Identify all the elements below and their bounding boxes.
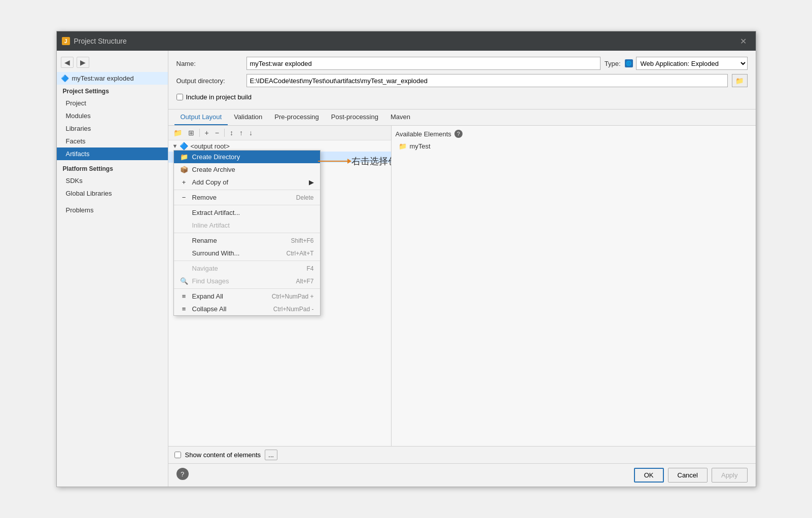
cm-create-directory[interactable]: 📁 Create Directory xyxy=(174,151,320,163)
name-input[interactable] xyxy=(246,57,601,70)
dialog-buttons: ? OK Cancel Apply xyxy=(168,463,756,487)
include-checkbox[interactable] xyxy=(176,94,183,100)
cm-inline-label: Inline Artifact xyxy=(192,221,314,229)
cm-find-shortcut: Alt+F7 xyxy=(296,278,313,285)
layers-btn[interactable]: ⊞ xyxy=(186,128,196,138)
root-label: <output root> xyxy=(190,142,229,150)
context-menu: 📁 Create Directory 📦 Create Archive + Ad… xyxy=(173,150,321,316)
cm-collapse-label: Collapse All xyxy=(192,305,269,313)
sidebar-item-global-libraries[interactable]: Global Libraries xyxy=(57,187,168,200)
sidebar-item-facets[interactable]: Facets xyxy=(57,135,168,147)
help-button[interactable]: ? xyxy=(176,468,189,480)
sidebar-item-sdks[interactable]: SDKs xyxy=(57,174,168,187)
cm-navigate-shortcut: F4 xyxy=(306,265,313,272)
cm-collapse-all[interactable]: ≡ Collapse All Ctrl+NumPad - xyxy=(174,303,320,315)
web-app-icon: 🌐 xyxy=(625,59,633,67)
cm-sep-1 xyxy=(174,190,320,190)
available-help-icon[interactable]: ? xyxy=(454,130,463,138)
cm-find-usages: 🔍 Find Usages Alt+F7 xyxy=(174,275,320,287)
cancel-button[interactable]: Cancel xyxy=(668,468,708,483)
down-btn[interactable]: ↓ xyxy=(247,128,255,138)
cm-sep-2 xyxy=(174,205,320,205)
ok-button[interactable]: OK xyxy=(634,468,664,483)
output-dir-input[interactable] xyxy=(246,74,728,87)
cm-expand-all[interactable]: ≡ Expand All Ctrl+NumPad + xyxy=(174,290,320,303)
sidebar-toolbar: ◀ ▶ xyxy=(57,55,168,70)
dialog-title: Project Structure xyxy=(74,37,736,45)
root-icon: 🔷 xyxy=(180,142,188,150)
artifact-item-label: myTest:war exploded xyxy=(72,75,134,82)
cm-collapse-icon: ≡ xyxy=(180,305,188,313)
nav-back-button[interactable]: ◀ xyxy=(61,57,74,68)
cm-add-copy-of[interactable]: + Add Copy of ▶ xyxy=(174,176,320,189)
right-panel: Name: Type: 🌐 Web Application: Exploded … xyxy=(168,51,756,487)
cm-sep-5 xyxy=(174,288,320,289)
tabs-bar: Output Layout Validation Pre-processing … xyxy=(168,109,756,126)
bottom-bar: Show content of elements ... xyxy=(168,446,756,463)
tab-validation[interactable]: Validation xyxy=(228,109,268,125)
type-select[interactable]: Web Application: Exploded xyxy=(636,57,748,70)
include-label[interactable]: Include in project build xyxy=(186,93,252,101)
tab-maven[interactable]: Maven xyxy=(384,109,416,125)
cm-sep-4 xyxy=(174,261,320,261)
available-folder-icon: 📁 xyxy=(399,142,407,150)
platform-settings-header: Platform Settings xyxy=(57,160,168,174)
cm-rename[interactable]: Rename Shift+F6 xyxy=(174,234,320,247)
up-btn[interactable]: ↑ xyxy=(237,128,245,138)
cm-remove-shortcut: Delete xyxy=(296,194,314,201)
include-checkbox-row: Include in project build xyxy=(176,91,748,103)
cm-rename-label: Rename xyxy=(192,237,287,244)
cm-add-copy-arrow: ▶ xyxy=(309,178,314,186)
show-content-checkbox[interactable] xyxy=(174,452,181,458)
output-dir-label: Output directory: xyxy=(176,77,242,85)
sidebar-item-project[interactable]: Project xyxy=(57,97,168,109)
type-label: Type: xyxy=(605,60,621,67)
form-section: Name: Type: 🌐 Web Application: Exploded … xyxy=(168,51,756,109)
cm-extract-artifact[interactable]: Extract Artifact... xyxy=(174,206,320,219)
more-options-button[interactable]: ... xyxy=(265,450,277,460)
sidebar-item-artifacts[interactable]: Artifacts xyxy=(57,147,168,160)
cm-create-archive[interactable]: 📦 Create Archive xyxy=(174,163,320,176)
artifact-list-item[interactable]: 🔷 myTest:war exploded xyxy=(57,72,168,85)
available-item-mytest[interactable]: 📁 myTest xyxy=(396,141,752,152)
tab-pre-processing[interactable]: Pre-processing xyxy=(268,109,325,125)
output-toolbar: 📁 ⊞ + − ↕ ↑ ↓ xyxy=(168,126,391,140)
cm-sep-3 xyxy=(174,233,320,233)
cm-remove-icon: − xyxy=(180,194,188,201)
add-element-btn[interactable]: + xyxy=(203,128,211,138)
cm-navigate-label: Navigate xyxy=(192,265,303,272)
add-folder-btn[interactable]: 📁 xyxy=(171,128,184,138)
cm-extract-label: Extract Artifact... xyxy=(192,209,314,216)
cm-find-icon: 🔍 xyxy=(180,277,188,285)
name-label: Name: xyxy=(176,60,242,67)
show-content-label[interactable]: Show content of elements xyxy=(185,451,261,459)
cm-surround-with[interactable]: Surround With... Ctrl+Alt+T xyxy=(174,247,320,260)
browse-folder-button[interactable]: 📁 xyxy=(732,74,748,87)
nav-forward-button[interactable]: ▶ xyxy=(77,57,89,68)
available-title-label: Available Elements xyxy=(396,130,451,138)
title-bar: J Project Structure ✕ xyxy=(57,31,756,51)
remove-element-btn[interactable]: − xyxy=(213,128,221,138)
sidebar-item-modules[interactable]: Modules xyxy=(57,109,168,122)
tab-output-layout[interactable]: Output Layout xyxy=(174,109,228,125)
cm-surround-label: Surround With... xyxy=(192,249,283,257)
sort-btn[interactable]: ↕ xyxy=(228,128,235,138)
cm-surround-shortcut: Ctrl+Alt+T xyxy=(286,250,313,257)
artifact-item-icon: 🔷 xyxy=(61,75,69,82)
close-button[interactable]: ✕ xyxy=(736,34,751,48)
cm-rename-shortcut: Shift+F6 xyxy=(291,237,313,244)
apply-button[interactable]: Apply xyxy=(712,468,748,483)
cm-remove[interactable]: − Remove Delete xyxy=(174,191,320,204)
cm-add-copy-label: Add Copy of xyxy=(192,178,305,186)
sidebar-item-libraries[interactable]: Libraries xyxy=(57,122,168,135)
cm-add-copy-icon: + xyxy=(180,178,188,186)
cm-expand-icon: ≡ xyxy=(180,292,188,300)
cm-collapse-shortcut: Ctrl+NumPad - xyxy=(273,306,314,313)
sidebar: ◀ ▶ 🔷 myTest:war exploded Project Settin… xyxy=(57,51,168,487)
cm-create-archive-icon: 📦 xyxy=(180,166,188,173)
sidebar-item-problems[interactable]: Problems xyxy=(57,204,168,216)
output-tree: 📁 ⊞ + − ↕ ↑ ↓ ▼ 🔷 <output root xyxy=(168,126,392,446)
cm-create-dir-icon: 📁 xyxy=(180,153,188,161)
cm-find-label: Find Usages xyxy=(192,277,292,285)
tab-post-processing[interactable]: Post-processing xyxy=(325,109,384,125)
